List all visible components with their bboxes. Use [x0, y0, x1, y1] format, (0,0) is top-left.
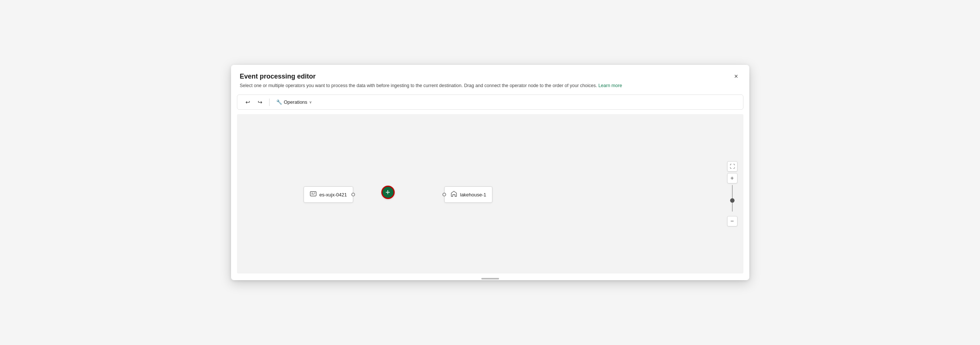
source-node-connector: [352, 193, 355, 196]
source-node-label: es-xujx-0421: [320, 192, 347, 198]
zoom-slider-thumb[interactable]: [730, 198, 735, 203]
undo-button[interactable]: ↩: [243, 98, 253, 106]
chevron-down-icon: ∨: [309, 100, 312, 104]
redo-button[interactable]: ↪: [255, 98, 265, 106]
learn-more-link[interactable]: Learn more: [598, 83, 622, 88]
dialog-header: Event processing editor × Select one or …: [231, 65, 749, 94]
destination-node-label: lakehouse-1: [460, 192, 487, 198]
destination-node-connector: [442, 193, 446, 196]
dialog-subtitle: Select one or multiple operators you wan…: [240, 82, 740, 89]
source-node-icon: [310, 190, 317, 199]
fit-icon: ⛶: [730, 163, 735, 169]
event-processing-dialog: Event processing editor × Select one or …: [231, 65, 749, 280]
zoom-slider-track: [732, 185, 733, 212]
canvas-area: es-xujx-0421 + lakehouse-1 ⛶ +: [237, 114, 743, 273]
operations-label: Operations: [284, 99, 308, 105]
dialog-title-row: Event processing editor ×: [240, 72, 740, 81]
close-button[interactable]: ×: [732, 72, 740, 80]
svg-rect-1: [310, 192, 316, 196]
destination-node-icon: [450, 190, 457, 199]
toolbar: ↩ ↪ 🔧 Operations ∨: [237, 94, 743, 110]
source-node: es-xujx-0421: [304, 186, 353, 203]
dialog-title: Event processing editor: [240, 72, 316, 81]
operations-icon: 🔧: [276, 99, 282, 105]
zoom-controls: ⛶ + −: [727, 161, 738, 227]
operations-button[interactable]: 🔧 Operations ∨: [274, 98, 314, 106]
zoom-out-button[interactable]: −: [727, 216, 738, 227]
bottom-drag-handle: [481, 278, 499, 280]
svg-point-4: [314, 193, 315, 193]
toolbar-separator: [269, 99, 269, 106]
destination-node: lakehouse-1: [444, 186, 493, 203]
dialog-bottom-bar: [231, 278, 749, 280]
fit-to-screen-button[interactable]: ⛶: [727, 161, 738, 172]
zoom-in-button[interactable]: +: [727, 173, 738, 184]
add-button-wrapper: +: [381, 186, 395, 199]
add-operator-button[interactable]: +: [381, 186, 395, 199]
zoom-slider[interactable]: [732, 185, 733, 214]
